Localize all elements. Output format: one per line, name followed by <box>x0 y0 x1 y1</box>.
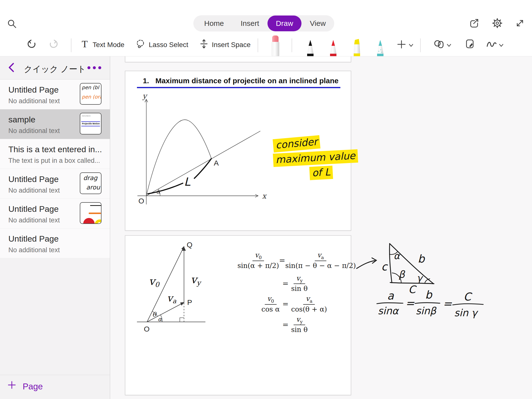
insert-space-icon[interactable] <box>199 38 209 49</box>
shapes-icon[interactable] <box>433 38 444 49</box>
more-options-icon[interactable] <box>87 66 101 69</box>
equation-row: = vy sin θ <box>237 274 351 293</box>
settings-gear-icon[interactable] <box>492 18 503 29</box>
thumb-text: pen (bl <box>82 84 99 90</box>
tab-view[interactable]: View <box>301 16 334 31</box>
page-list-item[interactable]: Untitled Page No additional text <box>0 229 110 258</box>
sidebar-footer: Page <box>0 375 110 399</box>
page-list-item[interactable]: Untitled Page No additional text drag ar… <box>0 169 110 199</box>
ink-sketch-sine-rule: α β γ b c C a sinα = b sinβ = C sin γ <box>352 234 495 330</box>
page-subtitle: The text is put in a box called... <box>8 157 100 165</box>
sketch-side-b-label: b <box>418 252 425 265</box>
content-box-projectile[interactable]: 1. Maximum distance of projectile on an … <box>125 71 351 231</box>
fullscreen-icon[interactable] <box>515 18 525 29</box>
velocity-vector-diagram: Q P O θ α v0 vy va <box>133 239 217 338</box>
diagram-theta-label: θ <box>152 311 157 318</box>
svg-text:T: T <box>82 38 88 49</box>
sine-rule-den-a: sinα <box>378 305 399 316</box>
page-list-item[interactable]: This is a text entered in... The text is… <box>0 139 110 169</box>
thumb-date: 2021/06/23 <box>82 115 90 117</box>
sketch-alpha-label: α <box>394 250 400 261</box>
tab-home[interactable]: Home <box>196 16 232 31</box>
pen-teal-tool[interactable] <box>376 40 385 56</box>
thumb-ink-yellow-arc <box>95 219 101 224</box>
diagram-va-label: va <box>167 292 177 305</box>
diagram-p-label: P <box>187 298 192 306</box>
add-page-button[interactable]: Page <box>23 382 43 391</box>
thumb-title: Projectile Motion <box>82 122 100 125</box>
pen-red-tool[interactable] <box>329 40 338 56</box>
equals-sign: = <box>443 297 452 310</box>
undo-icon[interactable] <box>26 39 37 50</box>
chevron-down-icon[interactable] <box>409 44 413 47</box>
thumb-text: drag <box>83 174 97 182</box>
diagram-vy-label: vy <box>191 273 202 287</box>
equals-sign: = <box>280 320 291 329</box>
toolbar-divider <box>292 38 292 52</box>
ink-note-highlighted: of L <box>309 166 333 180</box>
page-thumbnail: pen (bl pen (ora <box>80 83 101 105</box>
text-mode-label[interactable]: Text Mode <box>93 41 124 49</box>
lasso-select-label[interactable]: Lasso Select <box>149 41 188 49</box>
content-box-vectors[interactable]: Q P O θ α v0 vy va v0 sin(α + π/2) = <box>125 235 351 395</box>
thumb-text: arou <box>86 184 100 191</box>
fraction: v0 sin(α + π/2) <box>237 251 279 270</box>
sketch-beta-label: β <box>399 269 406 280</box>
graph-length-label: L <box>184 175 191 188</box>
page-subtitle: No additional text <box>8 216 60 224</box>
ink-note-highlighted: maximum value <box>273 149 358 167</box>
toolbar-divider <box>71 38 71 52</box>
page-subtitle: No additional text <box>8 97 60 105</box>
page-title: sample <box>8 115 35 124</box>
sine-rule-num-c: C <box>464 290 472 303</box>
ink-to-shape-icon[interactable] <box>465 38 475 49</box>
add-pen-icon[interactable] <box>396 39 407 50</box>
thumb-text: pen (ora <box>82 94 101 100</box>
page-list-sidebar: クイック ノート Untitled Page No additional tex… <box>0 56 110 399</box>
tab-insert[interactable]: Insert <box>232 16 267 31</box>
text-mode-icon[interactable]: T <box>79 38 90 49</box>
heading-title: Maximum distance of projectile on an inc… <box>155 77 338 85</box>
heading-number: 1. <box>143 77 149 85</box>
top-toolbar: Home Insert Draw View <box>0 0 532 56</box>
toolbar-divider <box>258 38 258 52</box>
share-icon[interactable] <box>469 18 480 29</box>
pen-black-tool[interactable] <box>306 40 315 56</box>
fraction: va sin(π − θ − α − π/2) <box>285 251 356 270</box>
highlighter-yellow-tool[interactable] <box>352 39 362 56</box>
chevron-down-icon[interactable] <box>447 44 451 47</box>
equals-sign: = <box>279 256 285 265</box>
note-canvas[interactable]: 1. Maximum distance of projectile on an … <box>111 56 532 399</box>
toolbar-divider <box>420 38 421 52</box>
page-list-item[interactable]: Untitled Page No additional text pen (bl… <box>0 80 110 109</box>
page-list-item[interactable]: Untitled Page No additional text <box>0 199 110 229</box>
ribbon-tabs: Home Insert Draw View <box>193 15 334 32</box>
page-subtitle: No additional text <box>8 187 60 194</box>
diagram-o-label: O <box>144 325 150 333</box>
search-icon[interactable] <box>6 18 17 29</box>
fraction: v0 cos α <box>261 295 280 313</box>
redo-icon[interactable] <box>48 39 59 50</box>
thumb-ink-red-arc <box>83 218 95 224</box>
equation-row: v0 sin(α + π/2) = va sin(π − θ − α − π/2… <box>237 251 351 270</box>
page-title: Untitled Page <box>8 174 59 184</box>
diagram-v0-label: v0 <box>149 275 160 289</box>
sketch-side-c-label: c <box>381 260 388 273</box>
tab-draw[interactable]: Draw <box>267 16 301 31</box>
page-title: Untitled Page <box>8 85 59 95</box>
diagram-alpha-label: α <box>158 316 162 323</box>
chevron-down-icon[interactable] <box>499 44 503 47</box>
page-subtitle: No additional text <box>8 127 60 135</box>
equals-sign: = <box>280 279 291 288</box>
equals-sign: = <box>280 299 291 308</box>
insert-space-label[interactable]: Insert Space <box>212 41 250 49</box>
ink-effects-squiggle-icon[interactable] <box>486 38 497 49</box>
equals-sign: = <box>405 297 415 309</box>
page-list-item-selected[interactable]: sample No additional text 2021/06/23 Pro… <box>0 109 110 139</box>
eraser-tool[interactable] <box>270 35 280 56</box>
lasso-select-icon[interactable] <box>135 38 146 49</box>
diagram-q-label: Q <box>187 241 192 249</box>
add-page-plus-icon[interactable] <box>7 381 16 389</box>
content-box-partial[interactable] <box>125 56 351 62</box>
fraction: vy sin θ <box>291 315 308 334</box>
